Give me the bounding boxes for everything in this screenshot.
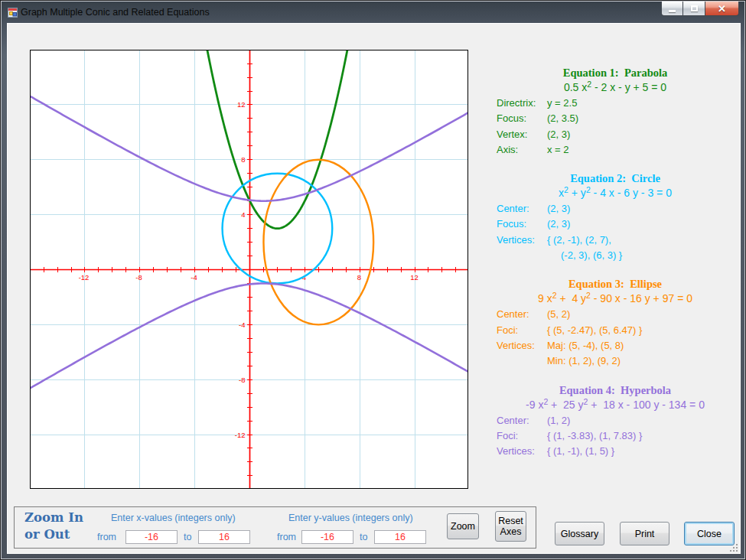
detail-value: (2, 3.5) <box>547 111 578 126</box>
detail-value: (5, 2) <box>547 307 570 322</box>
y-from-label: from <box>277 532 296 542</box>
equation-detail-row: Center:(2, 3) <box>490 201 740 217</box>
equation-detail-row: Focus:(2, 3) <box>490 217 740 232</box>
close-dialog-button[interactable]: Close <box>684 522 735 545</box>
y-to-input[interactable] <box>374 530 426 544</box>
equation-detail-row: Foci:{ (1, -3.83), (1, 7.83) } <box>490 428 740 444</box>
svg-text:4: 4 <box>241 210 245 219</box>
client-area: -12-8-44812-12-8-44812 Equation 1: Parab… <box>7 23 741 554</box>
maximize-icon <box>691 5 698 11</box>
equation-block-4: Equation 4: Hyperbola-9 x2 + 25 y2 + 18 … <box>490 383 740 460</box>
detail-label: Center: <box>497 413 529 428</box>
equation-formula: x2 + y2 - 4 x - 6 y - 3 = 0 <box>490 185 740 201</box>
close-icon: ✕ <box>718 4 726 14</box>
detail-label: Vertices: <box>497 338 535 353</box>
window-title: Graph Multiple Conic and Related Equatio… <box>21 7 210 18</box>
svg-text:-4: -4 <box>191 273 197 282</box>
zoom-panel: Zoom In or Out Enter x-values (integers … <box>14 506 536 549</box>
equation-formula: -9 x2 + 25 y2 + 18 x - 100 y - 134 = 0 <box>490 397 740 413</box>
detail-value: { (2, -1), (2, 7), <box>547 233 611 248</box>
app-window: Graph Multiple Conic and Related Equatio… <box>0 0 746 560</box>
equation-title: Equation 1: Parabola <box>490 66 740 80</box>
detail-value: (2, 3) <box>547 217 570 232</box>
zoom-panel-title-line1: Zoom In <box>24 510 83 526</box>
svg-text:8: 8 <box>241 155 245 164</box>
caption-buttons: ✕ <box>661 2 739 16</box>
equation-detail-row: Axis:x = 2 <box>490 142 740 158</box>
equation-detail-row: Center:(1, 2) <box>490 413 740 428</box>
x-values-label: Enter x-values (integers only) <box>111 513 233 523</box>
close-button[interactable]: ✕ <box>705 2 739 16</box>
y-from-input[interactable] <box>301 530 353 544</box>
detail-label: Axis: <box>497 142 518 158</box>
detail-label: Foci: <box>497 428 518 444</box>
equation-detail-row: Focus:(2, 3.5) <box>490 111 740 126</box>
app-icon <box>8 8 18 18</box>
equation-formula: 9 x2 + 4 y2 - 90 x - 16 y + 97 = 0 <box>490 291 740 307</box>
detail-value: (-2, 3), (6, 3) } <box>561 248 622 263</box>
svg-text:-8: -8 <box>239 376 245 384</box>
detail-value: { (1, -3.83), (1, 7.83) } <box>547 428 642 444</box>
equation-block-3: Equation 3: Ellipse9 x2 + 4 y2 - 90 x - … <box>490 277 740 369</box>
equation-detail-row: Min: (1, 2), (9, 2) <box>490 353 740 369</box>
equation-detail-row: Center:(5, 2) <box>490 307 740 322</box>
detail-value: { (1, -1), (1, 5) } <box>547 444 614 459</box>
detail-label: Directrix: <box>497 96 536 111</box>
equation-block-1: Equation 1: Parabola0.5 x2 - 2 x - y + 5… <box>490 66 740 158</box>
zoom-button[interactable]: Zoom <box>447 513 479 539</box>
detail-value: y = 2.5 <box>547 96 577 111</box>
equation-detail-row: Vertices:{ (2, -1), (2, 7), <box>490 233 740 248</box>
equation-detail-row: Foci:{ (5, -2.47), (5, 6.47) } <box>490 323 740 338</box>
detail-label: Vertices: <box>497 444 535 459</box>
svg-text:12: 12 <box>410 273 419 282</box>
detail-label: Center: <box>497 201 529 217</box>
minimize-icon <box>669 10 676 12</box>
svg-text:-12: -12 <box>79 273 90 282</box>
svg-text:-12: -12 <box>235 431 246 439</box>
equation-detail-row: Vertex:(2, 3) <box>490 127 740 142</box>
print-button[interactable]: Print <box>620 522 669 545</box>
detail-label: Vertices: <box>497 233 535 248</box>
detail-value: (2, 3) <box>547 201 570 217</box>
svg-text:8: 8 <box>357 273 361 282</box>
svg-text:-4: -4 <box>239 321 245 329</box>
detail-value: Maj: (5, -4), (5, 8) <box>547 338 624 353</box>
detail-label: Focus: <box>497 217 526 232</box>
equation-block-2: Equation 2: Circlex2 + y2 - 4 x - 6 y - … <box>490 171 740 263</box>
equation-detail-row: Directrix:y = 2.5 <box>490 96 740 111</box>
conic-graph: -12-8-44812-12-8-44812 <box>30 50 468 489</box>
detail-value: Min: (1, 2), (9, 2) <box>547 353 621 369</box>
title-bar[interactable]: Graph Multiple Conic and Related Equatio… <box>2 2 744 23</box>
svg-text:12: 12 <box>237 100 246 109</box>
detail-value: { (5, -2.47), (5, 6.47) } <box>547 323 642 338</box>
equation-panel: Equation 1: Parabola0.5 x2 - 2 x - y + 5… <box>490 66 740 473</box>
equation-title: Equation 3: Ellipse <box>490 277 740 291</box>
detail-value: (1, 2) <box>547 413 570 428</box>
equation-title: Equation 2: Circle <box>490 171 740 185</box>
x-from-input[interactable] <box>125 530 178 544</box>
detail-label: Center: <box>497 307 529 322</box>
maximize-button[interactable] <box>683 2 705 16</box>
svg-text:-8: -8 <box>135 273 142 282</box>
detail-label: Foci: <box>497 323 518 338</box>
detail-value: (2, 3) <box>547 127 570 142</box>
equation-formula: 0.5 x2 - 2 x - y + 5 = 0 <box>490 80 740 96</box>
reset-axes-button[interactable]: ResetAxes <box>495 511 526 542</box>
minimize-button[interactable] <box>661 2 683 16</box>
equation-detail-row: Vertices:{ (1, -1), (1, 5) } <box>490 444 740 459</box>
x-to-label: to <box>184 532 191 542</box>
glossary-button[interactable]: Glossary <box>555 522 604 545</box>
detail-label: Vertex: <box>497 127 527 142</box>
equation-title: Equation 4: Hyperbola <box>490 383 740 397</box>
zoom-panel-title-line2: or Out <box>24 527 70 542</box>
detail-value: x = 2 <box>547 142 569 158</box>
equation-detail-row: Vertices:Maj: (5, -4), (5, 8) <box>490 338 740 353</box>
x-to-input[interactable] <box>198 530 250 544</box>
y-values-label: Enter y-values (integers only) <box>288 513 411 523</box>
y-to-label: to <box>360 532 367 542</box>
detail-label: Focus: <box>497 111 526 126</box>
x-from-label: from <box>97 532 116 542</box>
resize-grip[interactable] <box>728 542 738 552</box>
equation-detail-row: (-2, 3), (6, 3) } <box>490 248 740 263</box>
